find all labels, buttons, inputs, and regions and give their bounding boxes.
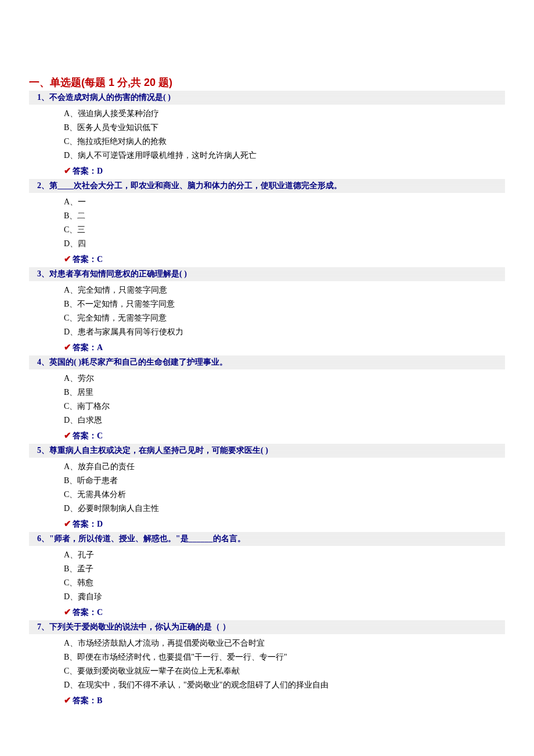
- question-stem: 5、尊重病人自主权或决定，在病人坚持己见时，可能要求医生( ): [29, 444, 505, 458]
- question-stem: 7、下列关于爱岗敬业的说法中，你认为正确的是（ ）: [29, 620, 505, 634]
- option-line: A、孔子: [64, 548, 505, 562]
- option-line: B、医务人员专业知识低下: [64, 121, 505, 135]
- option-line: B、不一定知情，只需签字同意: [64, 297, 505, 311]
- check-icon: ✔: [64, 166, 71, 175]
- option-line: C、完全知情，无需签字同意: [64, 311, 505, 325]
- question-block: 4、英国的( )耗尽家产和自己的生命创建了护理事业。A、劳尔B、居里C、南丁格尔…: [29, 355, 505, 444]
- check-icon: ✔: [64, 696, 71, 705]
- section-title: 一、单选题(每题 1 分,共 20 题): [29, 75, 505, 89]
- answer-text: 答案：C: [73, 608, 103, 617]
- option-line: A、放弃自己的责任: [64, 460, 505, 474]
- option-line: C、三: [64, 223, 505, 237]
- question-block: 6、"师者，所以传道、授业、解惑也。"是______的名言。A、孔子B、孟子C、…: [29, 532, 505, 620]
- option-line: B、居里: [64, 386, 505, 399]
- option-line: D、必要时限制病人自主性: [64, 502, 505, 516]
- options-group: A、一B、二C、三D、四: [29, 193, 505, 252]
- option-line: A、市场经济鼓励人才流动，再提倡爱岗敬业已不合时宜: [64, 636, 505, 650]
- option-line: D、龚自珍: [64, 590, 505, 604]
- question-stem: 3、对患者享有知情同意权的正确理解是( ): [29, 267, 505, 281]
- question-stem: 1、不会造成对病人的伤害的情况是( ): [29, 91, 505, 105]
- check-icon: ✔: [64, 254, 71, 264]
- option-line: D、在现实中，我们不得不承认，"爱岗敬业"的观念阻碍了人们的择业自由: [64, 678, 505, 692]
- answer-text: 答案：C: [73, 431, 103, 440]
- option-line: B、二: [64, 209, 505, 223]
- option-line: C、拖拉或拒绝对病人的抢救: [64, 135, 505, 149]
- option-line: A、劳尔: [64, 372, 505, 386]
- option-line: D、四: [64, 237, 505, 251]
- options-group: A、市场经济鼓励人才流动，再提倡爱岗敬业已不合时宜B、即便在市场经济时代，也要提…: [29, 634, 505, 693]
- option-line: C、无需具体分析: [64, 488, 505, 502]
- option-line: A、一: [64, 195, 505, 209]
- answer-text: 答案：D: [73, 520, 103, 528]
- answer-line: ✔答案：C: [29, 252, 505, 267]
- option-line: C、要做到爱岗敬业就应一辈子在岗位上无私奉献: [64, 664, 505, 678]
- question-block: 1、不会造成对病人的伤害的情况是( )A、强迫病人接受某种治疗B、医务人员专业知…: [29, 91, 505, 179]
- question-block: 7、下列关于爱岗敬业的说法中，你认为正确的是（ ）A、市场经济鼓励人才流动，再提…: [29, 620, 505, 708]
- option-line: D、病人不可逆昏迷用呼吸机维持，这时允许病人死亡: [64, 149, 505, 163]
- answer-text: 答案：C: [73, 255, 103, 264]
- option-line: B、即便在市场经济时代，也要提倡"干一行、爱一行、专一行": [64, 650, 505, 664]
- option-line: D、白求恩: [64, 413, 505, 427]
- answer-line: ✔答案：C: [29, 605, 505, 620]
- question-stem: 4、英国的( )耗尽家产和自己的生命创建了护理事业。: [29, 355, 505, 369]
- option-line: B、听命于患者: [64, 474, 505, 488]
- answer-text: 答案：A: [73, 343, 103, 352]
- answer-text: 答案：B: [73, 696, 102, 705]
- option-line: D、患者与家属具有同等行使权力: [64, 325, 505, 339]
- check-icon: ✔: [64, 519, 71, 528]
- answer-line: ✔答案：A: [29, 340, 505, 355]
- option-line: A、完全知情，只需签字同意: [64, 283, 505, 297]
- check-icon: ✔: [64, 431, 71, 440]
- answer-line: ✔答案：B: [29, 693, 505, 708]
- options-group: A、放弃自己的责任B、听命于患者C、无需具体分析D、必要时限制病人自主性: [29, 458, 505, 517]
- option-line: C、南丁格尔: [64, 399, 505, 413]
- questions-list: 1、不会造成对病人的伤害的情况是( )A、强迫病人接受某种治疗B、医务人员专业知…: [29, 91, 505, 708]
- options-group: A、强迫病人接受某种治疗B、医务人员专业知识低下C、拖拉或拒绝对病人的抢救D、病…: [29, 105, 505, 164]
- answer-line: ✔答案：D: [29, 164, 505, 179]
- option-line: B、孟子: [64, 562, 505, 576]
- question-block: 2、第____次社会大分工，即农业和商业、脑力和体力的分工，使职业道德完全形成。…: [29, 179, 505, 267]
- answer-text: 答案：D: [73, 167, 103, 175]
- question-block: 3、对患者享有知情同意权的正确理解是( )A、完全知情，只需签字同意B、不一定知…: [29, 267, 505, 355]
- check-icon: ✔: [64, 343, 71, 352]
- options-group: A、劳尔B、居里C、南丁格尔D、白求恩: [29, 369, 505, 429]
- option-line: A、强迫病人接受某种治疗: [64, 107, 505, 121]
- question-stem: 6、"师者，所以传道、授业、解惑也。"是______的名言。: [29, 532, 505, 546]
- answer-line: ✔答案：C: [29, 429, 505, 444]
- question-stem: 2、第____次社会大分工，即农业和商业、脑力和体力的分工，使职业道德完全形成。: [29, 179, 505, 193]
- option-line: C、韩愈: [64, 576, 505, 590]
- answer-line: ✔答案：D: [29, 517, 505, 532]
- options-group: A、完全知情，只需签字同意B、不一定知情，只需签字同意C、完全知情，无需签字同意…: [29, 281, 505, 340]
- check-icon: ✔: [64, 607, 71, 617]
- question-block: 5、尊重病人自主权或决定，在病人坚持己见时，可能要求医生( )A、放弃自己的责任…: [29, 444, 505, 532]
- options-group: A、孔子B、孟子C、韩愈D、龚自珍: [29, 546, 505, 605]
